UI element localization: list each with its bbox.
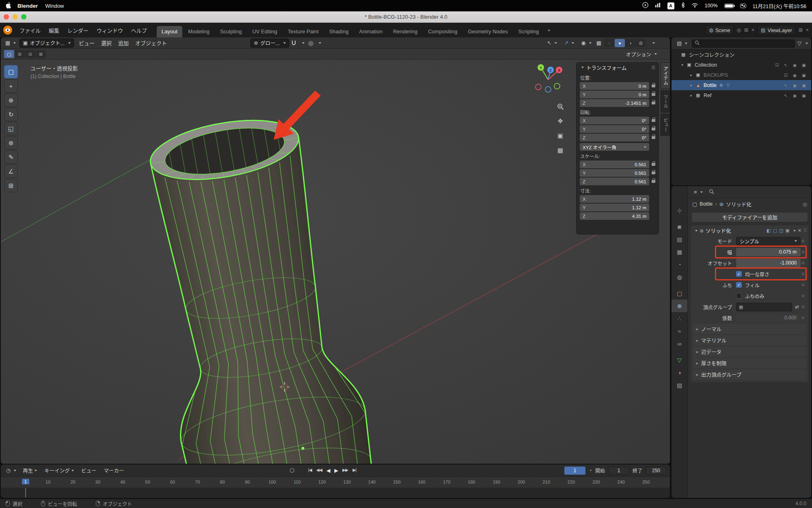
animate-dot[interactable] xyxy=(801,262,806,264)
lock-icon[interactable] xyxy=(652,119,655,122)
tool-cursor[interactable]: + xyxy=(4,79,18,93)
rotation-field[interactable]: Y0° xyxy=(580,125,655,133)
tool-transform[interactable]: ⊛ xyxy=(4,136,18,150)
show-in-editmode-icon[interactable]: ◧ xyxy=(767,228,771,233)
offset-field[interactable]: -1.0000 xyxy=(736,259,801,267)
thickness-field[interactable]: 0.075 m xyxy=(736,248,801,256)
auto-keying-button[interactable] xyxy=(290,468,294,473)
outliner-editor-type-button[interactable]: ▤ xyxy=(675,40,689,46)
topbar-menu[interactable]: レンダー xyxy=(63,26,93,34)
add-modifier-button[interactable]: モディファイアーを追加 xyxy=(691,212,808,222)
unlink-scene-icon[interactable]: × xyxy=(752,27,754,33)
zoom-icon[interactable] xyxy=(555,102,565,111)
outliner-row-bottle[interactable]: ▸ ▲ Bottle ⊛ ▽ ↖ ◉ ▣ xyxy=(672,80,811,90)
menubar-app-name[interactable]: Blender xyxy=(17,3,38,9)
tab-world[interactable]: ◍ xyxy=(672,271,687,283)
tab-tool[interactable]: ⊹ xyxy=(672,204,687,217)
workspace-tab[interactable]: Texture Paint xyxy=(283,26,324,37)
modifier-extras-icon[interactable] xyxy=(793,230,796,232)
modifier-subpanel[interactable]: マテリアル xyxy=(693,335,806,345)
gizmo-toggle-button[interactable]: ↗ xyxy=(562,40,576,46)
select-mode-extend[interactable]: ⊞ xyxy=(15,50,25,58)
viewport-menu[interactable]: ビュー xyxy=(76,39,98,47)
lock-icon[interactable] xyxy=(652,163,655,166)
proportional-dropdown[interactable] xyxy=(315,42,323,44)
sidebar-tab-view[interactable]: ビュー xyxy=(661,114,670,136)
row-visibility-icons[interactable]: ☑ ◉ ▣ xyxy=(784,73,808,78)
tool-select-box[interactable]: ▢ xyxy=(4,65,18,78)
modifier-subpanel[interactable]: ノーマル xyxy=(693,324,806,334)
location-field[interactable]: Z-2.1451 m xyxy=(580,99,655,107)
factor-field[interactable]: 0.000 xyxy=(736,314,801,322)
rotation-field[interactable]: Z0° xyxy=(580,134,655,141)
select-mode-invert[interactable]: ⊠ xyxy=(36,50,46,58)
frame-start-field[interactable]: 1 xyxy=(608,467,629,475)
invert-vertex-group-icon[interactable]: ⇄ xyxy=(793,304,801,310)
dimension-field[interactable]: Y1.12 m xyxy=(580,204,655,211)
shading-dropdown[interactable] xyxy=(649,42,657,44)
scale-field[interactable]: X0.561 xyxy=(580,161,655,168)
disclosure-icon[interactable]: ▸ xyxy=(690,83,696,87)
tab-render[interactable]: ◙ xyxy=(672,220,687,233)
sidebar-tab-item[interactable]: アイテム xyxy=(661,62,670,89)
tab-modifiers[interactable]: ⊛ xyxy=(672,300,687,312)
properties-search-icon[interactable] xyxy=(709,189,714,195)
proportional-edit-icon[interactable]: ◎ xyxy=(308,39,313,47)
scale-field[interactable]: Y0.561 xyxy=(580,169,655,177)
transform-panel-title[interactable]: トランスフォーム xyxy=(586,64,626,72)
bluetooth-icon[interactable] xyxy=(681,2,685,9)
row-visibility-icons[interactable]: ↖ ◉ ▣ xyxy=(784,83,808,88)
timeline-menu[interactable]: 再生 xyxy=(19,467,41,474)
new-scene-icon[interactable]: ⊞ xyxy=(744,27,748,33)
timeline-menu[interactable]: マーカー xyxy=(100,467,127,474)
play-forward[interactable]: ▶ xyxy=(335,467,338,473)
animate-dot[interactable] xyxy=(801,251,806,253)
modifier-subpanel[interactable]: 厚さを制限 xyxy=(693,358,806,368)
dimension-field[interactable]: X1.12 m xyxy=(580,195,655,203)
pin-scene-icon[interactable]: ◎ xyxy=(737,27,741,33)
row-visibility-icons[interactable]: ↖ ◉ ▣ xyxy=(784,93,808,98)
properties-editor-type-button[interactable]: ≡ xyxy=(692,189,705,195)
lock-icon[interactable] xyxy=(652,102,655,104)
vertex-group-field[interactable]: ▦ xyxy=(736,303,792,311)
modifier-name-field[interactable]: ソリッド化 xyxy=(706,227,731,234)
xray-toggle-icon[interactable]: ▩ xyxy=(596,40,601,46)
blender-logo-icon[interactable] xyxy=(3,26,12,35)
workspace-tab[interactable]: Scripting xyxy=(514,26,544,37)
rim-only-checkbox[interactable] xyxy=(736,293,742,299)
select-mode-subtract[interactable]: ⊟ xyxy=(25,50,35,58)
camera-view-icon[interactable]: ▣ xyxy=(555,131,565,141)
breadcrumb-modifier[interactable]: ソリッド化 xyxy=(726,200,752,208)
show-render-icon[interactable]: ▣ xyxy=(785,228,789,233)
viewlayer-selector[interactable]: ▤ ViewLayer xyxy=(758,25,795,35)
animate-dot[interactable] xyxy=(801,317,806,319)
select-mode-new[interactable]: ▢ xyxy=(4,50,14,58)
timeline-menu[interactable]: キーイング xyxy=(41,467,78,474)
modifier-subpanel[interactable]: 出力頂点グループ xyxy=(693,369,806,380)
even-thickness-checkbox[interactable] xyxy=(736,271,742,277)
delete-modifier-icon[interactable]: ✕ xyxy=(798,228,801,233)
frame-end-field[interactable]: 250 xyxy=(646,467,667,475)
tool-measure[interactable]: ∠ xyxy=(4,165,18,178)
tab-particles[interactable]: ∴ xyxy=(672,312,687,325)
tool-rotate[interactable]: ↻ xyxy=(4,108,18,121)
panel-collapse-icon[interactable] xyxy=(695,230,698,232)
viewport-canvas[interactable] xyxy=(1,60,670,464)
wifi-icon[interactable] xyxy=(691,2,698,9)
filter-icon[interactable]: ▽ xyxy=(797,40,801,46)
mode-dropdown[interactable]: ▣ オブジェクト... xyxy=(19,39,74,48)
viewport-menu[interactable]: オブジェクト xyxy=(132,39,170,47)
outliner-row-backups[interactable]: ▸ ▣ BACKUPS ☑ ◉ ▣ xyxy=(672,70,811,80)
disclosure-icon[interactable]: ▸ xyxy=(690,73,696,77)
snap-dropdown[interactable] xyxy=(298,42,307,44)
dimension-field[interactable]: Z4.31 m xyxy=(580,212,655,220)
apple-menu-icon[interactable] xyxy=(6,2,11,10)
pan-hand-icon[interactable]: ✥ xyxy=(555,116,565,126)
jump-to-start[interactable]: |◀ xyxy=(308,467,312,473)
tool-add-cube[interactable]: ⊞ xyxy=(4,179,18,192)
solidify-mode-dropdown[interactable]: シンプル xyxy=(736,237,801,245)
animate-dot[interactable] xyxy=(801,306,806,308)
tab-texture[interactable]: ▨ xyxy=(672,379,687,391)
transform-orientation-dropdown[interactable]: ⊕ グロー... xyxy=(251,39,289,48)
animate-dot[interactable] xyxy=(801,295,806,297)
